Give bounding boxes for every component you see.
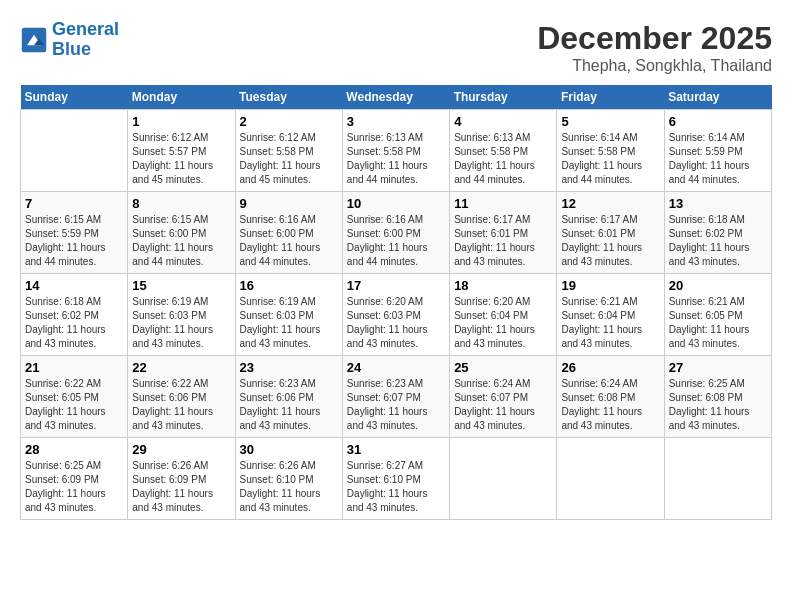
day-info: Sunrise: 6:14 AMSunset: 5:58 PMDaylight:…: [561, 131, 659, 187]
calendar-cell: 26Sunrise: 6:24 AMSunset: 6:08 PMDayligh…: [557, 356, 664, 438]
calendar-week-row: 7Sunrise: 6:15 AMSunset: 5:59 PMDaylight…: [21, 192, 772, 274]
day-info: Sunrise: 6:20 AMSunset: 6:04 PMDaylight:…: [454, 295, 552, 351]
day-header-thursday: Thursday: [450, 85, 557, 110]
day-header-monday: Monday: [128, 85, 235, 110]
day-number: 10: [347, 196, 445, 211]
calendar-week-row: 1Sunrise: 6:12 AMSunset: 5:57 PMDaylight…: [21, 110, 772, 192]
calendar-cell: 30Sunrise: 6:26 AMSunset: 6:10 PMDayligh…: [235, 438, 342, 520]
day-number: 29: [132, 442, 230, 457]
day-number: 6: [669, 114, 767, 129]
day-info: Sunrise: 6:17 AMSunset: 6:01 PMDaylight:…: [454, 213, 552, 269]
calendar-week-row: 28Sunrise: 6:25 AMSunset: 6:09 PMDayligh…: [21, 438, 772, 520]
day-info: Sunrise: 6:23 AMSunset: 6:06 PMDaylight:…: [240, 377, 338, 433]
calendar-header-row: SundayMondayTuesdayWednesdayThursdayFrid…: [21, 85, 772, 110]
calendar-table: SundayMondayTuesdayWednesdayThursdayFrid…: [20, 85, 772, 520]
calendar-cell: [664, 438, 771, 520]
calendar-cell: 8Sunrise: 6:15 AMSunset: 6:00 PMDaylight…: [128, 192, 235, 274]
day-info: Sunrise: 6:15 AMSunset: 5:59 PMDaylight:…: [25, 213, 123, 269]
day-number: 26: [561, 360, 659, 375]
calendar-cell: [450, 438, 557, 520]
calendar-week-row: 14Sunrise: 6:18 AMSunset: 6:02 PMDayligh…: [21, 274, 772, 356]
day-info: Sunrise: 6:24 AMSunset: 6:07 PMDaylight:…: [454, 377, 552, 433]
day-number: 9: [240, 196, 338, 211]
calendar-cell: 27Sunrise: 6:25 AMSunset: 6:08 PMDayligh…: [664, 356, 771, 438]
day-info: Sunrise: 6:14 AMSunset: 5:59 PMDaylight:…: [669, 131, 767, 187]
calendar-cell: 9Sunrise: 6:16 AMSunset: 6:00 PMDaylight…: [235, 192, 342, 274]
logo: General Blue: [20, 20, 119, 60]
day-info: Sunrise: 6:16 AMSunset: 6:00 PMDaylight:…: [347, 213, 445, 269]
day-number: 13: [669, 196, 767, 211]
calendar-cell: 5Sunrise: 6:14 AMSunset: 5:58 PMDaylight…: [557, 110, 664, 192]
day-number: 7: [25, 196, 123, 211]
calendar-cell: 14Sunrise: 6:18 AMSunset: 6:02 PMDayligh…: [21, 274, 128, 356]
day-info: Sunrise: 6:21 AMSunset: 6:04 PMDaylight:…: [561, 295, 659, 351]
day-info: Sunrise: 6:26 AMSunset: 6:09 PMDaylight:…: [132, 459, 230, 515]
location-subtitle: Thepha, Songkhla, Thailand: [537, 57, 772, 75]
page-header: General Blue December 2025 Thepha, Songk…: [20, 20, 772, 75]
day-number: 17: [347, 278, 445, 293]
calendar-cell: [557, 438, 664, 520]
day-number: 14: [25, 278, 123, 293]
day-info: Sunrise: 6:15 AMSunset: 6:00 PMDaylight:…: [132, 213, 230, 269]
day-header-friday: Friday: [557, 85, 664, 110]
day-info: Sunrise: 6:16 AMSunset: 6:00 PMDaylight:…: [240, 213, 338, 269]
day-header-wednesday: Wednesday: [342, 85, 449, 110]
day-number: 2: [240, 114, 338, 129]
day-info: Sunrise: 6:12 AMSunset: 5:57 PMDaylight:…: [132, 131, 230, 187]
calendar-cell: 25Sunrise: 6:24 AMSunset: 6:07 PMDayligh…: [450, 356, 557, 438]
logo-icon: [20, 26, 48, 54]
day-number: 12: [561, 196, 659, 211]
day-number: 20: [669, 278, 767, 293]
calendar-cell: 23Sunrise: 6:23 AMSunset: 6:06 PMDayligh…: [235, 356, 342, 438]
day-info: Sunrise: 6:19 AMSunset: 6:03 PMDaylight:…: [240, 295, 338, 351]
day-number: 30: [240, 442, 338, 457]
day-info: Sunrise: 6:25 AMSunset: 6:09 PMDaylight:…: [25, 459, 123, 515]
day-info: Sunrise: 6:18 AMSunset: 6:02 PMDaylight:…: [669, 213, 767, 269]
calendar-cell: 10Sunrise: 6:16 AMSunset: 6:00 PMDayligh…: [342, 192, 449, 274]
day-number: 3: [347, 114, 445, 129]
day-number: 18: [454, 278, 552, 293]
day-info: Sunrise: 6:22 AMSunset: 6:05 PMDaylight:…: [25, 377, 123, 433]
day-number: 4: [454, 114, 552, 129]
day-number: 16: [240, 278, 338, 293]
logo-text: General Blue: [52, 20, 119, 60]
calendar-cell: 24Sunrise: 6:23 AMSunset: 6:07 PMDayligh…: [342, 356, 449, 438]
day-number: 23: [240, 360, 338, 375]
day-info: Sunrise: 6:23 AMSunset: 6:07 PMDaylight:…: [347, 377, 445, 433]
calendar-cell: 12Sunrise: 6:17 AMSunset: 6:01 PMDayligh…: [557, 192, 664, 274]
calendar-cell: 11Sunrise: 6:17 AMSunset: 6:01 PMDayligh…: [450, 192, 557, 274]
calendar-cell: 31Sunrise: 6:27 AMSunset: 6:10 PMDayligh…: [342, 438, 449, 520]
day-info: Sunrise: 6:27 AMSunset: 6:10 PMDaylight:…: [347, 459, 445, 515]
day-header-saturday: Saturday: [664, 85, 771, 110]
calendar-week-row: 21Sunrise: 6:22 AMSunset: 6:05 PMDayligh…: [21, 356, 772, 438]
day-header-sunday: Sunday: [21, 85, 128, 110]
day-number: 15: [132, 278, 230, 293]
calendar-cell: 22Sunrise: 6:22 AMSunset: 6:06 PMDayligh…: [128, 356, 235, 438]
day-header-tuesday: Tuesday: [235, 85, 342, 110]
day-info: Sunrise: 6:19 AMSunset: 6:03 PMDaylight:…: [132, 295, 230, 351]
day-info: Sunrise: 6:13 AMSunset: 5:58 PMDaylight:…: [347, 131, 445, 187]
calendar-cell: 28Sunrise: 6:25 AMSunset: 6:09 PMDayligh…: [21, 438, 128, 520]
logo-line2: Blue: [52, 39, 91, 59]
day-number: 8: [132, 196, 230, 211]
calendar-cell: 6Sunrise: 6:14 AMSunset: 5:59 PMDaylight…: [664, 110, 771, 192]
calendar-cell: 1Sunrise: 6:12 AMSunset: 5:57 PMDaylight…: [128, 110, 235, 192]
day-info: Sunrise: 6:17 AMSunset: 6:01 PMDaylight:…: [561, 213, 659, 269]
calendar-cell: 21Sunrise: 6:22 AMSunset: 6:05 PMDayligh…: [21, 356, 128, 438]
day-info: Sunrise: 6:20 AMSunset: 6:03 PMDaylight:…: [347, 295, 445, 351]
calendar-cell: [21, 110, 128, 192]
title-block: December 2025 Thepha, Songkhla, Thailand: [537, 20, 772, 75]
calendar-cell: 17Sunrise: 6:20 AMSunset: 6:03 PMDayligh…: [342, 274, 449, 356]
day-info: Sunrise: 6:22 AMSunset: 6:06 PMDaylight:…: [132, 377, 230, 433]
day-number: 5: [561, 114, 659, 129]
day-info: Sunrise: 6:21 AMSunset: 6:05 PMDaylight:…: [669, 295, 767, 351]
calendar-cell: 15Sunrise: 6:19 AMSunset: 6:03 PMDayligh…: [128, 274, 235, 356]
calendar-cell: 2Sunrise: 6:12 AMSunset: 5:58 PMDaylight…: [235, 110, 342, 192]
logo-line1: General: [52, 19, 119, 39]
calendar-cell: 20Sunrise: 6:21 AMSunset: 6:05 PMDayligh…: [664, 274, 771, 356]
day-number: 1: [132, 114, 230, 129]
day-number: 21: [25, 360, 123, 375]
day-info: Sunrise: 6:18 AMSunset: 6:02 PMDaylight:…: [25, 295, 123, 351]
day-info: Sunrise: 6:26 AMSunset: 6:10 PMDaylight:…: [240, 459, 338, 515]
calendar-cell: 16Sunrise: 6:19 AMSunset: 6:03 PMDayligh…: [235, 274, 342, 356]
